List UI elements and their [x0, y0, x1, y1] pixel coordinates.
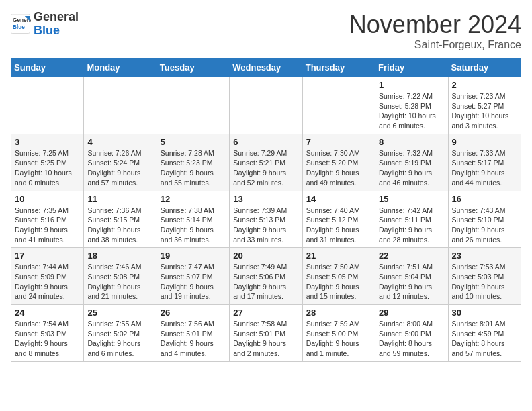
calendar-cell: 8Sunrise: 7:32 AM Sunset: 5:19 PM Daylig…	[375, 134, 448, 191]
svg-text:Blue: Blue	[13, 24, 25, 30]
logo: General Blue General Blue	[11, 11, 79, 38]
calendar-week-1: 1Sunrise: 7:22 AM Sunset: 5:28 PM Daylig…	[11, 77, 521, 134]
day-number: 4	[87, 137, 152, 147]
day-info: Sunrise: 7:50 AM Sunset: 5:05 PM Dayligh…	[306, 262, 371, 302]
day-info: Sunrise: 7:47 AM Sunset: 5:07 PM Dayligh…	[161, 262, 226, 302]
month-title: November 2024	[349, 11, 521, 39]
day-info: Sunrise: 7:22 AM Sunset: 5:28 PM Dayligh…	[379, 91, 444, 131]
day-number: 10	[15, 194, 80, 204]
weekday-header-monday: Monday	[84, 58, 157, 77]
calendar-week-2: 3Sunrise: 7:25 AM Sunset: 5:25 PM Daylig…	[11, 134, 521, 191]
weekday-header-friday: Friday	[375, 58, 448, 77]
day-info: Sunrise: 7:59 AM Sunset: 5:00 PM Dayligh…	[306, 319, 371, 359]
day-number: 7	[306, 137, 371, 147]
calendar-cell	[302, 77, 375, 134]
calendar-cell: 5Sunrise: 7:28 AM Sunset: 5:23 PM Daylig…	[157, 134, 229, 191]
day-number: 29	[379, 308, 444, 318]
calendar-header: SundayMondayTuesdayWednesdayThursdayFrid…	[11, 58, 521, 77]
calendar-cell: 13Sunrise: 7:39 AM Sunset: 5:13 PM Dayli…	[230, 191, 302, 248]
weekday-header-thursday: Thursday	[302, 58, 375, 77]
calendar-cell	[84, 77, 157, 134]
day-number: 24	[15, 308, 80, 318]
day-info: Sunrise: 7:26 AM Sunset: 5:24 PM Dayligh…	[87, 148, 152, 188]
day-number: 20	[233, 250, 298, 261]
day-info: Sunrise: 8:00 AM Sunset: 5:00 PM Dayligh…	[379, 319, 444, 359]
day-number: 6	[233, 137, 298, 147]
day-info: Sunrise: 7:51 AM Sunset: 5:04 PM Dayligh…	[379, 262, 444, 302]
calendar-cell: 24Sunrise: 7:54 AM Sunset: 5:03 PM Dayli…	[11, 305, 84, 362]
calendar-cell: 25Sunrise: 7:55 AM Sunset: 5:02 PM Dayli…	[84, 305, 157, 362]
day-info: Sunrise: 7:58 AM Sunset: 5:01 PM Dayligh…	[233, 319, 298, 359]
calendar-cell: 11Sunrise: 7:36 AM Sunset: 5:15 PM Dayli…	[84, 191, 157, 248]
day-info: Sunrise: 7:40 AM Sunset: 5:12 PM Dayligh…	[306, 205, 371, 245]
day-number: 21	[306, 250, 371, 261]
day-info: Sunrise: 7:43 AM Sunset: 5:10 PM Dayligh…	[452, 205, 517, 245]
day-info: Sunrise: 7:23 AM Sunset: 5:27 PM Dayligh…	[452, 91, 517, 131]
calendar-cell: 1Sunrise: 7:22 AM Sunset: 5:28 PM Daylig…	[375, 77, 448, 134]
calendar-cell: 23Sunrise: 7:53 AM Sunset: 5:03 PM Dayli…	[448, 248, 521, 305]
day-info: Sunrise: 7:44 AM Sunset: 5:09 PM Dayligh…	[15, 262, 80, 302]
day-number: 18	[87, 250, 152, 261]
day-info: Sunrise: 7:32 AM Sunset: 5:19 PM Dayligh…	[379, 148, 444, 188]
logo-text: General Blue	[34, 11, 79, 38]
day-number: 11	[87, 194, 152, 204]
calendar-cell: 12Sunrise: 7:38 AM Sunset: 5:14 PM Dayli…	[157, 191, 229, 248]
day-info: Sunrise: 7:53 AM Sunset: 5:03 PM Dayligh…	[452, 262, 517, 302]
calendar-cell: 19Sunrise: 7:47 AM Sunset: 5:07 PM Dayli…	[157, 248, 229, 305]
calendar-cell: 28Sunrise: 7:59 AM Sunset: 5:00 PM Dayli…	[302, 305, 375, 362]
day-number: 30	[452, 308, 517, 318]
day-number: 26	[161, 308, 226, 318]
calendar-week-4: 17Sunrise: 7:44 AM Sunset: 5:09 PM Dayli…	[11, 248, 521, 305]
day-number: 28	[306, 308, 371, 318]
calendar-cell: 3Sunrise: 7:25 AM Sunset: 5:25 PM Daylig…	[11, 134, 84, 191]
page-header: General Blue General Blue November 2024 …	[11, 11, 521, 51]
day-info: Sunrise: 7:49 AM Sunset: 5:06 PM Dayligh…	[233, 262, 298, 302]
weekday-header-sunday: Sunday	[11, 58, 84, 77]
calendar-cell: 14Sunrise: 7:40 AM Sunset: 5:12 PM Dayli…	[302, 191, 375, 248]
day-info: Sunrise: 7:35 AM Sunset: 5:16 PM Dayligh…	[15, 205, 80, 245]
day-number: 19	[161, 250, 226, 261]
calendar-cell: 17Sunrise: 7:44 AM Sunset: 5:09 PM Dayli…	[11, 248, 84, 305]
calendar-cell	[230, 77, 302, 134]
day-number: 22	[379, 250, 444, 261]
day-info: Sunrise: 7:39 AM Sunset: 5:13 PM Dayligh…	[233, 205, 298, 245]
day-info: Sunrise: 7:25 AM Sunset: 5:25 PM Dayligh…	[15, 148, 80, 188]
calendar-cell: 18Sunrise: 7:46 AM Sunset: 5:08 PM Dayli…	[84, 248, 157, 305]
calendar-cell: 4Sunrise: 7:26 AM Sunset: 5:24 PM Daylig…	[84, 134, 157, 191]
calendar-cell: 2Sunrise: 7:23 AM Sunset: 5:27 PM Daylig…	[448, 77, 521, 134]
day-info: Sunrise: 7:33 AM Sunset: 5:17 PM Dayligh…	[452, 148, 517, 188]
day-number: 13	[233, 194, 298, 204]
day-number: 16	[452, 194, 517, 204]
calendar-cell	[157, 77, 229, 134]
weekday-header-row: SundayMondayTuesdayWednesdayThursdayFrid…	[11, 58, 521, 77]
day-info: Sunrise: 7:42 AM Sunset: 5:11 PM Dayligh…	[379, 205, 444, 245]
day-info: Sunrise: 7:46 AM Sunset: 5:08 PM Dayligh…	[87, 262, 152, 302]
day-info: Sunrise: 7:55 AM Sunset: 5:02 PM Dayligh…	[87, 319, 152, 359]
day-number: 1	[379, 80, 444, 90]
calendar-cell: 20Sunrise: 7:49 AM Sunset: 5:06 PM Dayli…	[230, 248, 302, 305]
day-info: Sunrise: 7:30 AM Sunset: 5:20 PM Dayligh…	[306, 148, 371, 188]
day-info: Sunrise: 7:28 AM Sunset: 5:23 PM Dayligh…	[161, 148, 226, 188]
weekday-header-wednesday: Wednesday	[230, 58, 302, 77]
calendar-cell: 27Sunrise: 7:58 AM Sunset: 5:01 PM Dayli…	[230, 305, 302, 362]
day-info: Sunrise: 7:56 AM Sunset: 5:01 PM Dayligh…	[161, 319, 226, 359]
location-subtitle: Saint-Forgeux, France	[349, 39, 521, 51]
calendar-cell: 22Sunrise: 7:51 AM Sunset: 5:04 PM Dayli…	[375, 248, 448, 305]
calendar-body: 1Sunrise: 7:22 AM Sunset: 5:28 PM Daylig…	[11, 77, 521, 362]
weekday-header-saturday: Saturday	[448, 58, 521, 77]
day-info: Sunrise: 7:38 AM Sunset: 5:14 PM Dayligh…	[161, 205, 226, 245]
day-info: Sunrise: 8:01 AM Sunset: 4:59 PM Dayligh…	[452, 319, 517, 359]
calendar-cell: 7Sunrise: 7:30 AM Sunset: 5:20 PM Daylig…	[302, 134, 375, 191]
calendar-cell: 26Sunrise: 7:56 AM Sunset: 5:01 PM Dayli…	[157, 305, 229, 362]
calendar-cell: 16Sunrise: 7:43 AM Sunset: 5:10 PM Dayli…	[448, 191, 521, 248]
calendar-cell	[11, 77, 84, 134]
title-block: November 2024 Saint-Forgeux, France	[349, 11, 521, 51]
day-number: 12	[161, 194, 226, 204]
day-number: 27	[233, 308, 298, 318]
calendar-cell: 10Sunrise: 7:35 AM Sunset: 5:16 PM Dayli…	[11, 191, 84, 248]
day-number: 8	[379, 137, 444, 147]
day-number: 17	[15, 250, 80, 261]
calendar-cell: 9Sunrise: 7:33 AM Sunset: 5:17 PM Daylig…	[448, 134, 521, 191]
day-number: 23	[452, 250, 517, 261]
calendar-cell: 6Sunrise: 7:29 AM Sunset: 5:21 PM Daylig…	[230, 134, 302, 191]
